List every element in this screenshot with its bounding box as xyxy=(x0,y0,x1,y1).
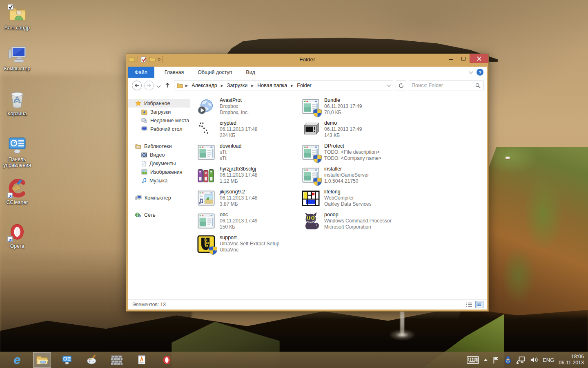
file-info: 06.11.2013 17:49 xyxy=(220,218,258,224)
file-item[interactable]: lifelongWebCompilerOakley Data Services xyxy=(301,188,405,211)
file-item[interactable]: demo06.11.2013 17:49143 КБ xyxy=(301,120,405,143)
taskbar-internet-explorer[interactable]: e xyxy=(8,352,26,368)
sidebar-item-network[interactable]: Сеть xyxy=(128,211,190,219)
sidebar-item-desktop[interactable]: Рабочий стол xyxy=(128,125,190,133)
network-icon[interactable] xyxy=(517,356,526,364)
sidebar-item-music[interactable]: Музыка xyxy=(128,176,190,185)
sidebar-item-recent-places[interactable]: Недавние места xyxy=(128,116,190,125)
maximize-button[interactable] xyxy=(457,54,470,63)
chevron-down-icon[interactable] xyxy=(387,83,391,87)
taskbar-file-explorer[interactable] xyxy=(33,352,51,368)
taskbar-control-panel[interactable] xyxy=(58,352,76,368)
sidebar-item-libraries[interactable]: Библиотеки xyxy=(128,142,190,150)
sidebar-item-computer[interactable]: Компьютер xyxy=(128,193,190,202)
file-item[interactable]: V N C supportUltraVnc Self-Extract Setup… xyxy=(196,234,301,257)
file-info: TODO: <File description> xyxy=(324,149,381,155)
taskbar: e xyxy=(0,352,588,368)
close-button[interactable] xyxy=(470,54,488,63)
desktop-icon-label: Opera xyxy=(10,243,24,249)
file-info: Dropbox xyxy=(220,103,249,110)
sidebar-item-favorites[interactable]: Избранное xyxy=(128,99,190,108)
tab-home[interactable]: Главная xyxy=(158,67,191,78)
up-button[interactable] xyxy=(163,82,172,89)
file-item[interactable]: jikjisong9.206.11.2013 17:483,87 МБ xyxy=(196,188,301,211)
sidebar-item-label: Недавние места xyxy=(150,118,189,123)
sidebar-item-downloads[interactable]: Загрузки xyxy=(128,108,190,116)
file-item[interactable]: crypted06.11.2013 17:48224 КБ xyxy=(196,120,301,143)
forward-button[interactable] xyxy=(144,81,154,90)
volume-icon[interactable] xyxy=(530,356,538,364)
refresh-button[interactable] xyxy=(396,81,406,90)
file-info: 06.11.2013 17:48 xyxy=(220,172,258,178)
file-item[interactable]: hyrzjjrzfb3bsclgj06.11.2013 17:481,12 МБ xyxy=(196,166,301,188)
breadcrumb-item[interactable]: Загрузки xyxy=(226,83,249,88)
file-info: installerGameServer xyxy=(324,172,369,178)
file-column-2: Bundle06.11.2013 17:4970,0 КБ xyxy=(301,97,405,234)
desktop-icon-control-panel[interactable]: Панель управления xyxy=(0,135,34,168)
wordpad-icon xyxy=(136,354,147,366)
computer-icon xyxy=(135,195,142,201)
close-icon xyxy=(477,56,481,61)
details-view-icon[interactable] xyxy=(465,301,473,308)
sidebar-item-label: Библиотеки xyxy=(144,144,172,149)
taskbar-clock[interactable]: 18:06 06.11.2013 xyxy=(559,354,586,366)
magnifier-icon[interactable] xyxy=(475,83,481,88)
sidebar-item-pictures[interactable]: Изображения xyxy=(128,168,190,176)
app-window-icon xyxy=(196,211,216,231)
taskbar-paint[interactable] xyxy=(83,352,101,368)
help-icon[interactable]: ? xyxy=(477,69,483,76)
breadcrumb-item[interactable]: Новая папка xyxy=(256,83,288,88)
touch-keyboard-icon[interactable] xyxy=(467,356,479,364)
wizard-icon[interactable] xyxy=(504,356,512,364)
sidebar-item-videos[interactable]: Видео xyxy=(128,150,190,159)
tab-share[interactable]: Общий доступ xyxy=(191,67,239,78)
svg-text:N: N xyxy=(206,242,208,244)
breadcrumb-item[interactable]: Александр xyxy=(190,83,218,88)
chevron-down-icon[interactable] xyxy=(157,83,161,88)
system-tray: ENG 18:06 06.11.2013 xyxy=(467,352,586,368)
language-indicator[interactable]: ENG xyxy=(543,357,554,363)
documents-icon xyxy=(141,161,147,166)
taskbar-opera[interactable] xyxy=(158,352,176,368)
address-bar[interactable]: ▶ Александр ▶ Загрузки ▶ Новая папка ▶ F… xyxy=(174,81,393,90)
user-folder-icon xyxy=(7,3,27,24)
file-item[interactable]: downloadsTtsTt xyxy=(196,143,301,166)
sidebar-item-documents[interactable]: Документы xyxy=(128,159,190,168)
microwave-icon xyxy=(301,120,321,139)
explorer-main: Избранное Загрузки Недавние места Рабочи… xyxy=(128,93,487,299)
file-item[interactable]: obc06.11.2013 17:49150 КБ xyxy=(196,211,301,234)
desktop-icon-recycle-bin[interactable]: Корзина xyxy=(0,89,34,117)
app-window-shield-icon xyxy=(301,143,321,162)
search-input[interactable] xyxy=(412,83,475,88)
breadcrumb-item[interactable]: Folder xyxy=(296,83,312,88)
view-switcher xyxy=(465,301,483,308)
file-item[interactable]: DProtectTODO: <File description>TODO: <C… xyxy=(301,143,405,166)
file-column-1: AvastProtDropboxDropbox, Inc. crypted06.… xyxy=(196,97,301,257)
tab-file[interactable]: Файл xyxy=(128,67,154,78)
action-center-flag-icon[interactable] xyxy=(492,356,499,364)
chevron-down-icon[interactable] xyxy=(469,70,473,74)
show-hidden-icons-chevron[interactable] xyxy=(483,358,488,361)
file-item[interactable]: AvastProtDropboxDropbox, Inc. xyxy=(196,97,301,120)
desktop: Александр Компьютер Корзина xyxy=(0,0,588,368)
thumbnail-view-icon[interactable] xyxy=(475,301,483,308)
desktop-icon-opera[interactable]: Opera xyxy=(0,222,34,249)
desktop-icon-user-folder[interactable]: Александр xyxy=(0,3,34,31)
desktop-icon-computer[interactable]: Компьютер xyxy=(0,44,34,72)
tab-view[interactable]: Вид xyxy=(239,67,262,78)
clock-time: 18:06 xyxy=(559,354,584,360)
desktop-icon-ccleaner[interactable]: CCleaner xyxy=(0,178,34,205)
floppy-disks-icon xyxy=(196,166,216,185)
file-item[interactable]: installerinstallerGameServer1.0.5044.217… xyxy=(301,166,405,188)
desktop-icon-label: Компьютер xyxy=(4,66,31,72)
sidebar-item-label: Компьютер xyxy=(145,195,171,201)
back-button[interactable] xyxy=(132,81,142,90)
ultravnc-icon: V N C xyxy=(196,234,216,254)
file-item[interactable]: Bundle06.11.2013 17:4970,0 КБ xyxy=(301,97,405,120)
file-info: 1,12 МБ xyxy=(220,178,258,184)
file-item[interactable]: pooopWindows Command ProcessorMicrosoft … xyxy=(301,211,405,234)
taskbar-wordpad[interactable] xyxy=(133,352,151,368)
file-info: 143 КБ xyxy=(324,132,362,139)
taskbar-firewall-bricks[interactable] xyxy=(108,352,126,368)
minimize-button[interactable] xyxy=(445,54,457,63)
